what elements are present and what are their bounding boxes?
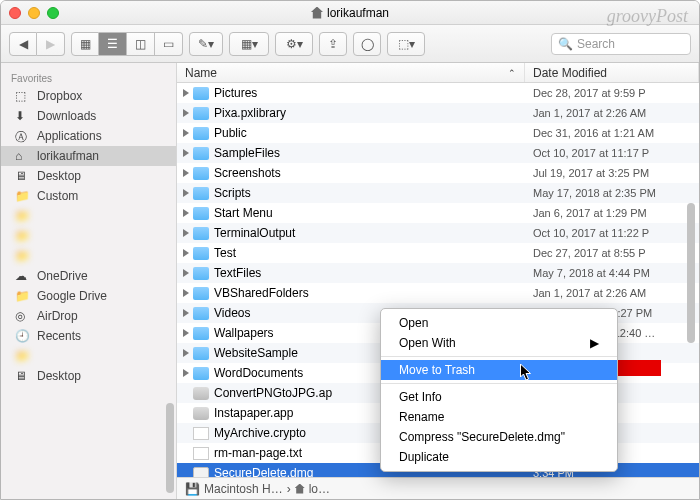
sidebar-list: ⬚Dropbox⬇DownloadsⒶApplications⌂lorikauf… <box>1 86 176 386</box>
disclosure-triangle[interactable] <box>183 229 189 237</box>
disclosure-triangle[interactable] <box>183 109 189 117</box>
menu-item-label: Open <box>399 316 428 330</box>
disclosure-triangle[interactable] <box>183 369 189 377</box>
sidebar-item[interactable]: ⬚Dropbox <box>1 86 176 106</box>
share-button[interactable]: ⇪ <box>319 32 347 56</box>
date-column-label: Date Modified <box>533 66 607 80</box>
file-row[interactable]: PublicDec 31, 2016 at 1:21 AM <box>177 123 699 143</box>
disclosure-triangle[interactable] <box>183 89 189 97</box>
sidebar-item[interactable]: 📁 <box>1 246 176 266</box>
sidebar-item[interactable]: ◎AirDrop <box>1 306 176 326</box>
menu-item[interactable]: Get Info <box>381 387 617 407</box>
menu-item[interactable]: Move to Trash <box>381 360 617 380</box>
dropbox-button[interactable]: ⬚▾ <box>387 32 425 56</box>
gallery-view-button[interactable]: ▭ <box>155 32 183 56</box>
folder-icon <box>193 347 209 360</box>
back-button[interactable]: ◀ <box>9 32 37 56</box>
home-icon <box>295 484 305 494</box>
dropbox-icon: ⬚ <box>15 89 31 103</box>
file-row[interactable]: TerminalOutputOct 10, 2017 at 11:22 P <box>177 223 699 243</box>
close-button[interactable] <box>9 7 21 19</box>
sidebar-item-label: Desktop <box>37 369 81 383</box>
sidebar-item[interactable]: 📁Custom <box>1 186 176 206</box>
file-row[interactable]: TextFilesMay 7, 2018 at 4:44 PM <box>177 263 699 283</box>
sidebar-item[interactable]: 🕘Recents <box>1 326 176 346</box>
folder-icon <box>193 207 209 220</box>
zoom-button[interactable] <box>47 7 59 19</box>
menu-item[interactable]: Rename <box>381 407 617 427</box>
action-button[interactable]: ⚙▾ <box>275 32 313 56</box>
file-name: rm-man-page.txt <box>214 446 302 460</box>
file-row[interactable]: VBSharedFoldersJan 1, 2017 at 2:26 AM <box>177 283 699 303</box>
sidebar-item[interactable]: ⒶApplications <box>1 126 176 146</box>
path-bar[interactable]: 💾 Macintosh H… › lo… <box>177 477 699 499</box>
disclosure-triangle[interactable] <box>183 209 189 217</box>
sidebar-header: Favorites <box>1 69 176 86</box>
file-date: Dec 27, 2017 at 8:55 P <box>525 247 699 259</box>
disclosure-triangle[interactable] <box>183 329 189 337</box>
disclosure-triangle[interactable] <box>183 289 189 297</box>
sidebar-item[interactable]: ☁OneDrive <box>1 266 176 286</box>
date-column[interactable]: Date Modified <box>525 63 699 82</box>
menu-item[interactable]: Open <box>381 313 617 333</box>
name-column[interactable]: Name ⌃ <box>177 63 525 82</box>
file-row[interactable]: TestDec 27, 2017 at 8:55 P <box>177 243 699 263</box>
file-name: Instapaper.app <box>214 406 293 420</box>
file-row[interactable]: Pixa.pxlibraryJan 1, 2017 at 2:26 AM <box>177 103 699 123</box>
sidebar-item[interactable]: ⬇Downloads <box>1 106 176 126</box>
sidebar-item[interactable]: 📁 <box>1 346 176 366</box>
menu-item[interactable]: Duplicate <box>381 447 617 467</box>
folder-icon <box>193 287 209 300</box>
context-menu[interactable]: OpenOpen With▶Move to TrashGet InfoRenam… <box>380 308 618 472</box>
sidebar-item-label: OneDrive <box>37 269 88 283</box>
icon-view-button[interactable]: ▦ <box>71 32 99 56</box>
sidebar-item[interactable]: 📁Google Drive <box>1 286 176 306</box>
file-row[interactable]: PicturesDec 28, 2017 at 9:59 P <box>177 83 699 103</box>
disclosure-triangle[interactable] <box>183 309 189 317</box>
app-icon <box>193 387 209 400</box>
group-button[interactable]: ▦▾ <box>229 32 269 56</box>
column-header: Name ⌃ Date Modified <box>177 63 699 83</box>
clock-icon: 🕘 <box>15 329 31 343</box>
forward-button[interactable]: ▶ <box>37 32 65 56</box>
scrollbar[interactable] <box>684 83 697 477</box>
file-name-cell: SampleFiles <box>193 146 525 160</box>
sidebar-item-label: Recents <box>37 329 81 343</box>
disclosure-triangle[interactable] <box>183 349 189 357</box>
desktop-icon: 🖥 <box>15 369 31 383</box>
disclosure-triangle[interactable] <box>183 129 189 137</box>
cleanup-button[interactable]: ✎▾ <box>189 32 223 56</box>
file-name: Scripts <box>214 186 251 200</box>
disclosure-triangle[interactable] <box>183 149 189 157</box>
scrollbar-thumb[interactable] <box>166 403 174 493</box>
disclosure-triangle[interactable] <box>183 249 189 257</box>
sidebar-item[interactable]: ⌂lorikaufman <box>1 146 176 166</box>
sidebar-item[interactable]: 📁 <box>1 206 176 226</box>
file-row[interactable]: Start MenuJan 6, 2017 at 1:29 PM <box>177 203 699 223</box>
sidebar-item[interactable]: 📁 <box>1 226 176 246</box>
list-view-button[interactable]: ☰ <box>99 32 127 56</box>
sidebar-item-label: Desktop <box>37 169 81 183</box>
column-view-button[interactable]: ◫ <box>127 32 155 56</box>
file-row[interactable]: ScreenshotsJul 19, 2017 at 3:25 PM <box>177 163 699 183</box>
sidebar-item[interactable]: 🖥Desktop <box>1 366 176 386</box>
search-field[interactable]: 🔍 Search <box>551 33 691 55</box>
file-name-cell: Start Menu <box>193 206 525 220</box>
tags-button[interactable]: ◯ <box>353 32 381 56</box>
sidebar-item-label: Google Drive <box>37 289 107 303</box>
file-name: Videos <box>214 306 250 320</box>
disclosure-triangle[interactable] <box>183 169 189 177</box>
folder-icon: 📁 <box>15 209 31 223</box>
menu-item[interactable]: Compress "SecureDelete.dmg" <box>381 427 617 447</box>
folder-icon <box>193 247 209 260</box>
sidebar-item[interactable]: 🖥Desktop <box>1 166 176 186</box>
file-date: Jan 6, 2017 at 1:29 PM <box>525 207 699 219</box>
file-row[interactable]: ScriptsMay 17, 2018 at 2:35 PM <box>177 183 699 203</box>
menu-item[interactable]: Open With▶ <box>381 333 617 353</box>
minimize-button[interactable] <box>28 7 40 19</box>
scrollbar-thumb[interactable] <box>687 203 695 343</box>
file-date: Jan 1, 2017 at 2:26 AM <box>525 287 699 299</box>
disclosure-triangle[interactable] <box>183 189 189 197</box>
disclosure-triangle[interactable] <box>183 269 189 277</box>
file-row[interactable]: SampleFilesOct 10, 2017 at 11:17 P <box>177 143 699 163</box>
